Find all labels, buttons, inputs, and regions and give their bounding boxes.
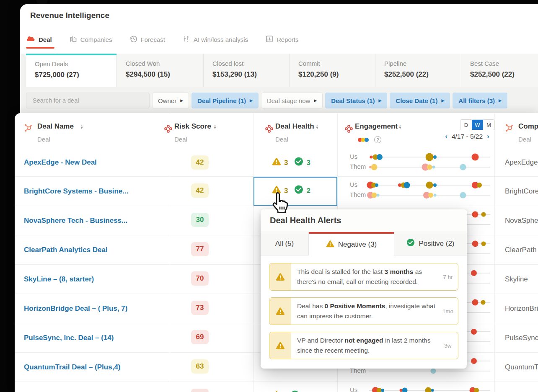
- filter-all-filters[interactable]: All filters (3)▶: [453, 93, 507, 108]
- engagement-them-track: [369, 371, 490, 371]
- tab-deal[interactable]: Deal: [27, 36, 52, 44]
- summary-card-open-deals[interactable]: Open Deals $725,000 (27): [26, 54, 116, 87]
- risk-score-badge: 69: [191, 330, 209, 344]
- engagement-dot: [371, 164, 378, 170]
- tab-companies[interactable]: Companies: [70, 35, 112, 44]
- chevron-right-icon[interactable]: ›: [487, 132, 489, 141]
- warning-icon: [269, 263, 291, 290]
- deal-name-link[interactable]: ClearPath Analytics Deal: [24, 235, 108, 264]
- alert-card: Deal has 0 Positive Moments, investigate…: [269, 297, 458, 325]
- filter-bar: Owner▶ Deal Pipeline (1)▶ Deal stage now…: [26, 93, 507, 108]
- chevron-right-icon: ▶: [250, 98, 253, 103]
- granularity-toggle: D W M: [460, 119, 495, 130]
- filter-label: Deal Status (1): [331, 97, 375, 104]
- engagement-them-track: [369, 167, 490, 168]
- deal-name-link[interactable]: PulseSync, Inc. Deal – (14): [24, 323, 114, 352]
- engagement-dot: [460, 192, 466, 199]
- engagement-dot: [472, 211, 478, 218]
- engagement-us-track: [369, 157, 490, 157]
- engagement-dot: [428, 193, 433, 198]
- granularity-month[interactable]: M: [483, 120, 494, 130]
- summary-card-closed-won[interactable]: Closed Won $294,500 (15): [116, 54, 203, 87]
- popup-tab-negative[interactable]: Negative (3): [309, 232, 394, 255]
- tab-reports[interactable]: Reports: [266, 35, 299, 44]
- filter-owner[interactable]: Owner▶: [152, 93, 189, 108]
- tab-forecast-label: Forecast: [141, 36, 165, 43]
- deal-name-link[interactable]: NovaSphere Tech - Business...: [24, 206, 127, 235]
- granularity-day[interactable]: D: [460, 120, 472, 130]
- us-label: Us: [350, 386, 357, 392]
- negative-count: 3: [284, 158, 288, 167]
- summary-label: Open Deals: [35, 60, 116, 67]
- sort-icon[interactable]: ▲▼: [398, 124, 402, 129]
- summary-card-pipeline[interactable]: Pipeline $252,500 (22): [375, 54, 461, 87]
- company-cell: NovaSphere: [505, 206, 538, 235]
- engagement-dot: [471, 358, 477, 364]
- popup-tab-all[interactable]: All (5): [261, 232, 309, 255]
- table-row: Us Them: [15, 382, 538, 392]
- sort-icon[interactable]: ▲▼: [80, 124, 83, 129]
- table-row: BrightCore Systems - Busine... 42 3 2 Us…: [15, 177, 538, 206]
- filter-deal-status[interactable]: Deal Status (1)▶: [325, 93, 387, 108]
- engagement-us-track: [369, 390, 490, 391]
- engagement-dot: [426, 153, 434, 161]
- help-icon[interactable]: ?: [374, 136, 381, 143]
- alert-card: VP and Director not engaged in last 2 mo…: [269, 332, 458, 359]
- deal-name-link[interactable]: BrightCore Systems - Busine...: [24, 177, 128, 206]
- win-loss-arrows-icon: [183, 35, 190, 44]
- col-deal-health: Deal Health: [275, 122, 314, 131]
- summary-label: Closed Won: [126, 60, 203, 67]
- chevron-left-icon[interactable]: ‹: [445, 132, 447, 141]
- table-header: Deal Name ▲▼ Deal Risk Score ▲▼ Deal Dea…: [15, 113, 538, 149]
- risk-score-badge: 30: [191, 213, 209, 227]
- tab-forecast[interactable]: Forecast: [130, 35, 165, 44]
- granularity-week[interactable]: W: [472, 120, 483, 130]
- deal-health-cell[interactable]: 3 3: [272, 157, 310, 168]
- history-clock-icon: [130, 35, 137, 44]
- positive-count: 3: [306, 158, 310, 167]
- filter-deal-pipeline[interactable]: Deal Pipeline (1)▶: [191, 93, 259, 108]
- search-input[interactable]: [26, 93, 150, 108]
- summary-value: $153,290 (13): [212, 70, 289, 79]
- deal-name-link[interactable]: ApexEdge - New Deal: [24, 149, 97, 176]
- them-label: Them: [350, 191, 366, 198]
- deal-name-link[interactable]: HorizonBridge Deal – ( Plus, 7): [24, 294, 128, 323]
- summary-card-best-case[interactable]: Best Case $252,500 (22): [461, 54, 538, 87]
- tab-ai-winloss-label: AI win/loss analysis: [194, 36, 248, 43]
- deal-health-alerts-popup: Deal Health Alerts All (5) Negative (3) …: [261, 209, 467, 369]
- col-company-source: Deal: [518, 136, 531, 143]
- engagement-dot: [426, 182, 433, 189]
- engagement-dot: [477, 183, 482, 188]
- engagement-metric-icon: [345, 125, 353, 134]
- engagement-dot: [432, 166, 435, 169]
- them-label: Them: [350, 163, 366, 170]
- summary-value: $252,500 (22): [384, 70, 461, 79]
- health-metric-icon: [265, 125, 273, 134]
- table-row: ApexEdge - New Deal 42 3 3 Us Them ApexE…: [15, 149, 538, 177]
- sort-icon[interactable]: ▲▼: [316, 124, 319, 129]
- summary-card-closed-lost[interactable]: Closed lost $153,290 (13): [203, 54, 289, 87]
- summary-label: Commit: [298, 60, 375, 67]
- active-tab-underline: [26, 47, 54, 49]
- filter-close-date[interactable]: Close Date (1)▶: [390, 93, 450, 108]
- legend-blue-dot: [365, 138, 369, 142]
- summary-card-commit[interactable]: Commit $120,250 (9): [289, 54, 375, 87]
- check-icon: [290, 390, 300, 392]
- warning-icon: [272, 391, 281, 392]
- tab-ai-winloss[interactable]: AI win/loss analysis: [183, 35, 248, 44]
- sort-icon[interactable]: ▲▼: [213, 124, 217, 129]
- deal-name-link[interactable]: QuantumTrail Deal – (Plus,4): [24, 353, 121, 382]
- warning-icon: [269, 332, 291, 359]
- col-deal-name-source: Deal: [37, 136, 50, 143]
- deal-health-cell[interactable]: [272, 390, 303, 392]
- col-deal-health-source: Deal: [275, 136, 288, 143]
- engagement-dot: [370, 156, 372, 159]
- summary-value: $120,250 (9): [298, 70, 375, 79]
- popup-tab-positive[interactable]: Positive (2): [394, 232, 467, 255]
- engagement-dot: [471, 270, 477, 276]
- deal-name-link[interactable]: SkyLine – (8, starter): [24, 265, 94, 294]
- filter-deal-stage[interactable]: Deal stage now▶: [261, 93, 323, 108]
- us-label: Us: [350, 181, 357, 188]
- deal-icon: [27, 36, 35, 44]
- company-cell: PulseSync: [505, 323, 538, 352]
